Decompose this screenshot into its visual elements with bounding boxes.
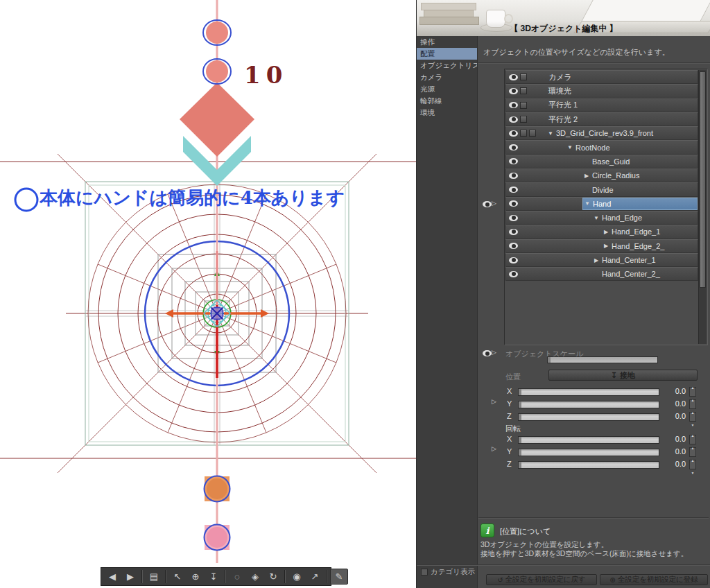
expander-icon[interactable] [492,349,496,356]
rotation-z-spinner[interactable] [689,460,696,469]
eye-icon[interactable] [509,130,518,137]
info-title: [位置]について [500,526,551,537]
object-tree: カメラ 環境光 平行光 1 平行光 2 3D_Grid_Circl [504,69,708,345]
position-y-slider[interactable] [518,401,659,408]
eye-icon[interactable] [509,88,518,94]
3d-canvas[interactable]: 10 本体にハンドは簡易的に4本あります ◀ ▶ ▤ ↖ ⊕ ↧ ◌ ◈ ↻ ◉… [0,0,416,588]
collapse-expander-icon[interactable] [582,173,591,179]
tab-light-source[interactable]: 光源 [417,83,477,95]
category-checkbox-label: カテゴリ表示 [431,567,475,577]
eye-icon[interactable] [509,200,518,207]
eye-icon[interactable] [509,102,518,108]
register-defaults-button[interactable]: 全設定を初期設定に登録 [600,574,708,585]
tab-object-list[interactable]: オブジェクトリスト [417,60,477,71]
collapse-expander-icon[interactable] [583,200,591,207]
tree-row-parallel-light-2[interactable]: 平行光 2 [505,112,698,126]
tree-row-rootnode[interactable]: RootNode [505,140,698,154]
tree-row-hand-edge-1[interactable]: Hand_Edge_1 [505,225,698,239]
eye-icon[interactable] [509,158,518,164]
eye-icon[interactable] [509,173,518,179]
tab-outline[interactable]: 輪郭線 [417,95,477,107]
tab-placement[interactable]: 配置 [417,48,477,60]
collapse-expander-icon[interactable] [566,144,574,150]
tree-row-camera[interactable]: カメラ [505,70,698,84]
next-model-button[interactable]: ▶ [122,569,139,584]
select-object-button[interactable]: ↖ [169,569,186,584]
tree-row-circle-radius[interactable]: Circle_Radius [505,168,698,182]
tree-row-hand-center-1[interactable]: Hand_Center_1 [505,253,698,267]
center-gizmo[interactable] [165,251,269,378]
tree-row-hand[interactable]: Hand [505,197,698,211]
reset-defaults-button[interactable]: 全設定を初期設定に戻す [486,574,597,585]
eye-icon[interactable] [509,144,518,150]
tree-scrollbar[interactable] [698,70,707,344]
camera-rotate-button[interactable]: ↻ [265,569,282,584]
category-display-option[interactable]: カテゴリ表示 [421,567,475,577]
tree-row-divide[interactable]: Divide [505,182,698,196]
tree-row-base-guid[interactable]: Base_Guid [505,155,698,168]
eye-icon[interactable] [483,201,492,207]
expander-icon[interactable] [492,200,496,207]
ground-object-button[interactable]: ↧ [205,569,222,584]
light-sphere-button[interactable]: ◉ [288,569,305,584]
tab-camera[interactable]: カメラ [417,71,477,83]
row-checkbox[interactable] [529,130,536,137]
pink-handle-circle [207,527,227,548]
camera-cube-button[interactable]: ◈ [247,569,263,584]
tab-environment[interactable]: 環境 [417,107,477,119]
rotation-x-slider[interactable] [518,436,659,444]
tree-row-ambient-light[interactable]: 環境光 [505,84,698,98]
eye-icon[interactable] [509,271,518,277]
tree-row-hand-center-2[interactable]: Hand_Center_2_ [505,267,698,281]
tree-row-parallel-light-1[interactable]: 平行光 1 [505,98,698,112]
expander-icon[interactable] [492,445,496,452]
edit-tool-button[interactable]: ✎ [330,569,348,585]
pointer-tool-button[interactable]: ↗ [306,569,323,584]
object-scale-slider[interactable] [547,356,658,363]
collapse-expander-icon[interactable] [592,257,600,263]
tree-scrollbar-thumb[interactable] [700,71,706,288]
eye-icon[interactable] [509,187,518,193]
top-handle-2 [206,60,228,83]
move-object-button[interactable]: ⊕ [187,569,204,584]
prev-model-button[interactable]: ◀ [104,569,121,584]
tab-operation[interactable]: 操作 [417,36,477,48]
tree-row-hand-edge-2[interactable]: Hand_Edge_2_ [505,239,698,253]
rotation-z-slider[interactable] [518,461,659,469]
object-list-button[interactable]: ▤ [146,569,162,584]
collapse-expander-icon[interactable] [602,229,610,235]
position-z-slider[interactable] [518,413,659,421]
tree-row-label: カメラ [548,72,572,83]
collapse-expander-icon[interactable] [592,215,600,221]
eye-icon[interactable] [509,229,518,235]
selected-row-highlight[interactable]: Hand [582,198,698,210]
collapse-expander-icon[interactable] [546,130,555,137]
rotation-y-slider[interactable] [518,449,659,456]
category-checkbox[interactable] [421,569,428,576]
position-z-value: 0.0 [658,412,686,420]
row-checkbox[interactable] [520,116,527,123]
row-checkbox[interactable] [520,130,527,137]
divider [478,62,710,64]
expander-icon[interactable] [492,398,496,405]
row-checkbox[interactable] [520,87,527,94]
collapse-expander-icon[interactable] [602,243,610,249]
ground-button[interactable]: 接地 [548,370,698,381]
row-checkbox[interactable] [520,102,527,109]
tree-row-grid-model[interactable]: 3D_Grid_Circle_rev3.9_front [505,126,698,140]
position-x-value: 0.0 [658,387,686,395]
row-checkbox[interactable] [520,74,527,80]
eye-icon[interactable] [509,116,518,123]
position-x-slider[interactable] [518,388,659,396]
tree-row-hand-edge[interactable]: Hand_Edge [505,211,698,225]
eye-icon[interactable] [509,243,518,249]
eye-icon[interactable] [509,74,518,80]
toolbar-divider [165,570,166,583]
eye-icon[interactable] [509,215,518,221]
toolbar-divider [225,570,226,583]
position-z-spinner[interactable] [689,412,696,422]
camera-orbit-button[interactable]: ◌ [229,569,245,584]
eye-icon[interactable] [483,350,492,356]
eye-icon[interactable] [509,257,518,263]
position-label: 位置 [505,372,521,382]
